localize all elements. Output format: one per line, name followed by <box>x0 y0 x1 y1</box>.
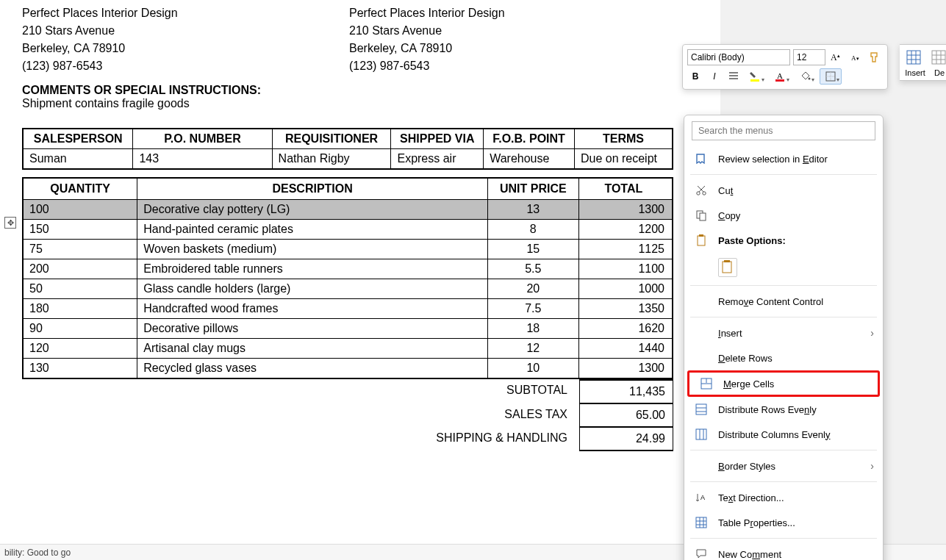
cell-total[interactable]: 1100 <box>578 259 673 279</box>
svg-point-11 <box>697 192 700 195</box>
table-row[interactable]: 200Embroidered table runners5.51100 <box>23 259 673 279</box>
subtotal-value[interactable]: 11,435 <box>579 379 673 403</box>
menu-cut[interactable]: Cut <box>684 178 883 203</box>
table-row[interactable]: 130Recycled glass vases101300 <box>23 359 673 379</box>
cell-quantity[interactable]: 75 <box>23 240 137 259</box>
val-fobpoint[interactable]: Warehouse <box>484 149 575 170</box>
cell-unitprice[interactable]: 18 <box>487 319 578 339</box>
cell-quantity[interactable]: 150 <box>23 220 137 240</box>
cell-total[interactable]: 1620 <box>578 319 673 339</box>
grow-font-button[interactable]: A▴ <box>828 49 845 65</box>
cell-description[interactable]: Glass candle holders (large) <box>137 279 488 299</box>
delete-table-icon <box>931 50 946 65</box>
cell-total[interactable]: 1440 <box>578 339 673 359</box>
delete-table-button[interactable] <box>929 48 946 67</box>
cell-description[interactable]: Embroidered table runners <box>137 259 488 279</box>
val-terms[interactable]: Due on receipt <box>574 149 673 170</box>
cell-total[interactable]: 1000 <box>578 279 673 299</box>
menu-review-selection[interactable]: Review selection in Editor <box>684 146 883 171</box>
bold-button[interactable]: B <box>687 68 703 85</box>
cell-unitprice[interactable]: 8 <box>487 220 578 240</box>
menu-insert-label: Insert <box>718 328 742 339</box>
cell-description[interactable]: Handcrafted wood frames <box>137 299 488 319</box>
cell-unitprice[interactable]: 13 <box>487 200 578 220</box>
cell-quantity[interactable]: 50 <box>23 279 137 299</box>
table-row[interactable]: 150Hand-painted ceramic plates81200 <box>23 220 673 240</box>
brush-icon <box>869 51 881 63</box>
cell-unitprice[interactable]: 12 <box>487 339 578 359</box>
shading-button[interactable] <box>795 68 817 85</box>
cell-quantity[interactable]: 100 <box>23 200 137 220</box>
cell-quantity[interactable]: 180 <box>23 299 137 319</box>
cell-total[interactable]: 1350 <box>578 299 673 319</box>
table-row[interactable]: 180Handcrafted wood frames7.51350 <box>23 299 673 319</box>
cell-total[interactable]: 1300 <box>578 200 673 220</box>
menu-search-input[interactable]: Search the menus <box>692 121 875 140</box>
from-address: Perfect Places Interior Design 210 Stars… <box>22 4 349 75</box>
order-header-table[interactable]: SALESPERSON P.O. NUMBER REQUISITIONER SH… <box>22 128 673 170</box>
mini-toolbar-table-group: Insert De <box>900 44 946 81</box>
font-family-select[interactable] <box>687 49 790 65</box>
tax-value[interactable]: 65.00 <box>579 403 673 427</box>
val-salesperson[interactable]: Suman <box>23 149 133 170</box>
cell-quantity[interactable]: 200 <box>23 259 137 279</box>
menu-copy[interactable]: Copy <box>684 203 883 228</box>
cell-description[interactable]: Artisanal clay mugs <box>137 339 488 359</box>
font-size-select[interactable] <box>793 49 825 65</box>
company-name: Perfect Places Interior Design <box>22 4 349 22</box>
table-row[interactable]: 75Woven baskets (medium)151125 <box>23 240 673 259</box>
menu-paste-option-keep-source[interactable] <box>684 253 883 282</box>
italic-button[interactable]: I <box>706 68 723 85</box>
cell-unitprice[interactable]: 20 <box>487 279 578 299</box>
clipboard-icon <box>695 234 708 247</box>
menu-delete-rows[interactable]: Delete Rows <box>684 345 883 370</box>
table-row[interactable]: 50Glass candle holders (large)201000 <box>23 279 673 299</box>
menu-delete-rows-label: Delete Rows <box>718 353 773 364</box>
svg-text:▾: ▾ <box>856 56 859 61</box>
cell-description[interactable]: Decorative pillows <box>137 319 488 339</box>
cell-description[interactable]: Woven baskets (medium) <box>137 240 488 259</box>
cell-unitprice[interactable]: 15 <box>487 240 578 259</box>
cell-total[interactable]: 1200 <box>578 220 673 240</box>
val-shippedvia[interactable]: Express air <box>391 149 484 170</box>
cell-total[interactable]: 1300 <box>578 359 673 379</box>
borders-button[interactable] <box>820 68 842 85</box>
cell-quantity[interactable]: 90 <box>23 319 137 339</box>
menu-merge-cells[interactable]: Merge Cells <box>687 370 880 397</box>
company-name-2: Perfect Places Interior Design <box>349 4 676 22</box>
cell-unitprice[interactable]: 7.5 <box>487 299 578 319</box>
cell-quantity[interactable]: 130 <box>23 359 137 379</box>
distribute-cols-icon <box>695 428 708 441</box>
table-move-handle[interactable]: ✥ <box>4 217 16 229</box>
insert-table-button[interactable] <box>904 48 923 67</box>
val-ponumber[interactable]: 143 <box>133 149 272 170</box>
format-painter-button[interactable] <box>867 49 883 65</box>
menu-insert[interactable]: Insert <box>684 320 883 345</box>
cell-total[interactable]: 1125 <box>578 240 673 259</box>
cell-description[interactable]: Recycled glass vases <box>137 359 488 379</box>
cell-quantity[interactable]: 120 <box>23 339 137 359</box>
menu-distribute-columns[interactable]: Distribute Columns Evenly <box>684 422 883 447</box>
cell-unitprice[interactable]: 5.5 <box>487 259 578 279</box>
table-row[interactable]: 120Artisanal clay mugs121440 <box>23 339 673 359</box>
table-row[interactable]: 100Decorative clay pottery (LG)131300 <box>23 200 673 220</box>
shrink-font-button[interactable]: A▾ <box>848 49 864 65</box>
svg-rect-20 <box>696 404 706 414</box>
svg-rect-10 <box>932 51 945 64</box>
font-color-button[interactable]: A <box>770 68 792 85</box>
menu-paste-label: Paste Options: <box>718 235 786 246</box>
cell-description[interactable]: Hand-painted ceramic plates <box>137 220 488 240</box>
val-requisitioner[interactable]: Nathan Rigby <box>272 149 391 170</box>
align-button[interactable] <box>725 68 742 85</box>
menu-distribute-rows[interactable]: Distribute Rows Evenly <box>684 397 883 422</box>
company-city: Berkeley, CA 78910 <box>22 40 349 57</box>
highlight-color-button[interactable] <box>745 68 767 85</box>
items-table[interactable]: QUANTITY DESCRIPTION UNIT PRICE TOTAL 10… <box>22 177 673 379</box>
ship-label: SHIPPING & HANDLING <box>22 427 579 451</box>
cell-description[interactable]: Decorative clay pottery (LG) <box>137 200 488 220</box>
cell-unitprice[interactable]: 10 <box>487 359 578 379</box>
menu-remove-content-control[interactable]: Remove Content Control <box>684 289 883 314</box>
ship-value[interactable]: 24.99 <box>579 427 673 451</box>
table-row[interactable]: 90Decorative pillows181620 <box>23 319 673 339</box>
document-page: Perfect Places Interior Design 210 Stars… <box>0 0 676 451</box>
